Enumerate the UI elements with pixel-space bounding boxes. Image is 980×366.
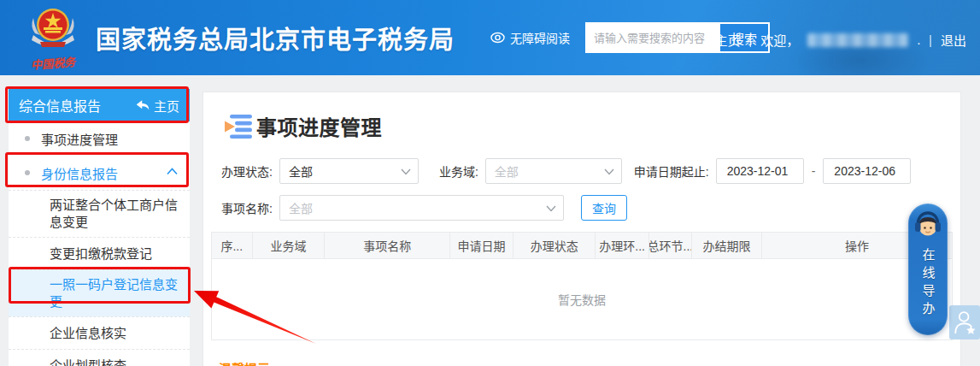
nav-separator: |	[929, 33, 932, 47]
blurred-username	[807, 33, 908, 47]
welcome-text: 欢迎，	[760, 31, 799, 49]
date-separator: -	[812, 164, 816, 178]
top-nav: 主页 | 欢迎， . | 退出	[715, 31, 967, 49]
profile-favorite-button[interactable]	[949, 305, 980, 339]
sidebar-subitem-label: 两证整合个体工商户信息变更	[50, 197, 183, 231]
status-select[interactable]: 全部	[279, 158, 419, 184]
chevron-down-icon	[401, 168, 411, 175]
domain-select[interactable]: 全部	[485, 158, 622, 184]
sidebar-subitem-enterprise-type[interactable]: 企业划型核查	[9, 349, 190, 366]
status-value: 全部	[289, 162, 313, 180]
assistant-mascot-icon	[912, 209, 944, 241]
sidebar-subitem-one-license[interactable]: 一照一码户登记信息变更	[9, 269, 190, 316]
back-arrow-icon	[136, 99, 150, 111]
items-table: 序... 业务域 事项名称 申请日期 办理状态 办理环... 总环节... 办结…	[211, 232, 953, 340]
sidebar-subitem-label: 一照一码户登记信息变更	[50, 276, 183, 310]
nav-home-link[interactable]: 主页	[715, 31, 741, 49]
col-serial: 序...	[212, 233, 253, 258]
status-label: 办理状态:	[221, 162, 273, 180]
search-input[interactable]	[587, 24, 720, 51]
query-button[interactable]: 查询	[581, 195, 627, 221]
sidebar-subitem-two-cert[interactable]: 两证整合个体工商户信息变更	[9, 190, 190, 237]
table-empty-state: 暂无数据	[212, 258, 952, 339]
domain-value: 全部	[495, 162, 519, 180]
sidebar-section-title: 综合信息报告	[19, 95, 101, 115]
accessibility-label: 无障碍阅读	[510, 29, 570, 46]
col-date: 申请日期	[450, 233, 513, 258]
sidebar-item-identity-report[interactable]: 身份信息报告	[9, 156, 190, 190]
sidebar: 综合信息报告 主页 事项进度管理 身份信息报告 两证整合个体工商户信息变更 变更…	[9, 89, 190, 366]
page-title-row: 事项进度管理	[224, 111, 960, 141]
filter-row-2: 事项名称: 全部 查询	[221, 195, 960, 221]
item-name-select[interactable]: 全部	[279, 195, 564, 221]
col-total: 总环节...	[649, 233, 692, 258]
national-emblem-icon	[28, 4, 78, 54]
eye-icon	[490, 32, 505, 44]
main-panel: 事项进度管理 办理状态: 全部 业务域: 全部	[202, 92, 961, 366]
page-title: 事项进度管理	[256, 111, 382, 141]
welcome-suffix: .	[917, 32, 920, 47]
accessibility-link[interactable]: 无障碍阅读	[490, 29, 570, 46]
sidebar-item-label: 身份信息报告	[41, 164, 118, 182]
online-guide-label: 在线导办	[919, 248, 937, 320]
col-status: 办理状态	[513, 233, 596, 258]
nav-separator: |	[749, 33, 753, 47]
item-name-label: 事项名称:	[221, 199, 273, 216]
sidebar-home-link[interactable]: 主页	[136, 97, 179, 115]
sidebar-subitem-withholding[interactable]: 变更扣缴税款登记	[9, 237, 190, 269]
domain-label: 业务域:	[439, 162, 478, 180]
filter-row-1: 办理状态: 全部 业务域: 全部 申请日期起止:	[221, 158, 960, 184]
sidebar-subitem-label: 企业信息核实	[50, 325, 126, 342]
list-play-icon	[224, 114, 253, 139]
col-step: 办理环...	[596, 233, 648, 258]
date-from-input[interactable]	[716, 158, 804, 184]
item-name-value: 全部	[289, 199, 313, 216]
date-to-input[interactable]	[823, 158, 911, 184]
sidebar-item-label: 事项进度管理	[41, 130, 118, 148]
page: 中国税务 国家税务总局北京市电子税务局 无障碍阅读 搜索 主页 | 欢迎， . …	[0, 0, 980, 366]
bullet-icon	[25, 170, 30, 175]
col-item: 事项名称	[325, 233, 449, 258]
sidebar-section-header: 综合信息报告 主页	[9, 89, 190, 121]
tips-title: 温馨提示	[219, 359, 960, 366]
app-title: 国家税务总局北京市电子税务局	[96, 20, 455, 56]
online-guide-button[interactable]: 在线导办	[908, 204, 948, 335]
table-header-row: 序... 业务域 事项名称 申请日期 办理状态 办理环... 总环节... 办结…	[212, 233, 952, 258]
app-header: 中国税务 国家税务总局北京市电子税务局 无障碍阅读 搜索 主页 | 欢迎， . …	[0, 0, 980, 75]
sidebar-subitem-label: 企业划型核查	[50, 357, 126, 366]
col-domain: 业务域	[253, 233, 326, 258]
logout-link[interactable]: 退出	[941, 31, 966, 49]
chevron-down-icon	[604, 168, 614, 175]
sidebar-item-progress[interactable]: 事项进度管理	[9, 121, 190, 156]
sidebar-home-label: 主页	[154, 97, 179, 115]
sidebar-subitem-enterprise-verify[interactable]: 企业信息核实	[9, 316, 190, 349]
tax-bureau-logo: 中国税务	[22, 4, 84, 71]
col-deadline: 办结期限	[692, 233, 762, 258]
person-star-icon	[953, 309, 977, 336]
chevron-up-icon	[167, 168, 178, 175]
bullet-icon	[25, 136, 30, 141]
empty-text: 暂无数据	[558, 291, 606, 308]
filters: 办理状态: 全部 业务域: 全部 申请日期起止:	[221, 158, 960, 221]
chevron-down-icon	[546, 205, 556, 212]
date-range-label: 申请日期起止:	[634, 162, 709, 180]
sidebar-subitem-label: 变更扣缴税款登记	[50, 245, 152, 263]
logo-caption: 中国税务	[30, 53, 75, 73]
